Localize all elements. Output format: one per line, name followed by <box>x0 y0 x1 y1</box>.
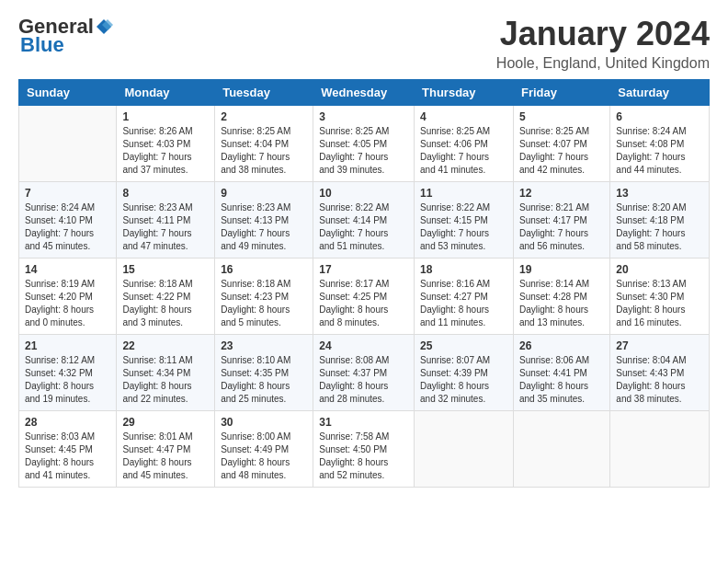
day-number: 13 <box>616 187 703 200</box>
day-cell: 3Sunrise: 8:25 AM Sunset: 4:05 PM Daylig… <box>313 106 415 182</box>
day-info: Sunrise: 8:01 AM Sunset: 4:47 PM Dayligh… <box>122 431 209 482</box>
day-number: 3 <box>319 110 408 123</box>
day-number: 22 <box>122 339 209 352</box>
day-info: Sunrise: 8:22 AM Sunset: 4:14 PM Dayligh… <box>319 201 408 253</box>
day-number: 12 <box>519 187 604 200</box>
day-cell: 19Sunrise: 8:14 AM Sunset: 4:28 PM Dayli… <box>513 259 609 335</box>
day-info: Sunrise: 8:12 AM Sunset: 4:32 PM Dayligh… <box>25 354 110 406</box>
day-info: Sunrise: 8:11 AM Sunset: 4:34 PM Dayligh… <box>122 354 209 406</box>
logo-icon <box>95 17 113 36</box>
day-number: 28 <box>25 416 110 429</box>
day-cell: 9Sunrise: 8:23 AM Sunset: 4:13 PM Daylig… <box>215 182 313 259</box>
day-number: 5 <box>519 110 604 123</box>
day-number: 24 <box>319 339 408 352</box>
day-cell: 21Sunrise: 8:12 AM Sunset: 4:32 PM Dayli… <box>19 335 117 411</box>
location: Hoole, England, United Kingdom <box>496 55 710 72</box>
week-row-2: 7Sunrise: 8:24 AM Sunset: 4:10 PM Daylig… <box>19 182 710 259</box>
day-cell: 17Sunrise: 8:17 AM Sunset: 4:25 PM Dayli… <box>313 259 415 335</box>
day-cell <box>610 411 710 488</box>
day-cell: 23Sunrise: 8:10 AM Sunset: 4:35 PM Dayli… <box>215 335 313 411</box>
day-info: Sunrise: 8:18 AM Sunset: 4:22 PM Dayligh… <box>122 278 209 329</box>
day-number: 21 <box>25 339 110 352</box>
col-header-friday: Friday <box>513 80 609 106</box>
day-cell: 30Sunrise: 8:00 AM Sunset: 4:49 PM Dayli… <box>215 411 313 488</box>
col-header-saturday: Saturday <box>610 80 710 106</box>
day-info: Sunrise: 8:25 AM Sunset: 4:06 PM Dayligh… <box>420 125 507 177</box>
day-number: 19 <box>519 263 604 276</box>
day-info: Sunrise: 8:26 AM Sunset: 4:03 PM Dayligh… <box>122 125 209 177</box>
day-number: 1 <box>122 110 209 123</box>
day-number: 17 <box>319 263 408 276</box>
day-info: Sunrise: 8:00 AM Sunset: 4:49 PM Dayligh… <box>221 431 307 482</box>
page: General Blue January 2024 Hoole, England… <box>0 0 728 506</box>
day-info: Sunrise: 8:18 AM Sunset: 4:23 PM Dayligh… <box>221 278 307 329</box>
day-number: 6 <box>616 110 703 123</box>
day-number: 25 <box>420 339 507 352</box>
day-info: Sunrise: 8:25 AM Sunset: 4:04 PM Dayligh… <box>221 125 307 177</box>
day-number: 27 <box>616 339 703 352</box>
day-cell: 8Sunrise: 8:23 AM Sunset: 4:11 PM Daylig… <box>117 182 215 259</box>
day-cell: 18Sunrise: 8:16 AM Sunset: 4:27 PM Dayli… <box>415 259 514 335</box>
day-cell: 24Sunrise: 8:08 AM Sunset: 4:37 PM Dayli… <box>313 335 415 411</box>
day-info: Sunrise: 8:19 AM Sunset: 4:20 PM Dayligh… <box>25 278 110 329</box>
week-row-3: 14Sunrise: 8:19 AM Sunset: 4:20 PM Dayli… <box>19 259 710 335</box>
day-cell: 2Sunrise: 8:25 AM Sunset: 4:04 PM Daylig… <box>215 106 313 182</box>
day-cell: 14Sunrise: 8:19 AM Sunset: 4:20 PM Dayli… <box>19 259 117 335</box>
day-cell: 31Sunrise: 7:58 AM Sunset: 4:50 PM Dayli… <box>313 411 415 488</box>
day-cell: 10Sunrise: 8:22 AM Sunset: 4:14 PM Dayli… <box>313 182 415 259</box>
logo-blue-text: Blue <box>20 33 64 57</box>
day-number: 14 <box>25 263 110 276</box>
day-info: Sunrise: 8:14 AM Sunset: 4:28 PM Dayligh… <box>519 278 604 329</box>
header: General Blue January 2024 Hoole, England… <box>18 15 710 72</box>
day-number: 23 <box>221 339 307 352</box>
day-number: 7 <box>25 187 110 200</box>
day-number: 26 <box>519 339 604 352</box>
header-row: SundayMondayTuesdayWednesdayThursdayFrid… <box>19 80 710 106</box>
day-number: 18 <box>420 263 507 276</box>
day-cell <box>513 411 609 488</box>
day-info: Sunrise: 8:04 AM Sunset: 4:43 PM Dayligh… <box>616 354 703 406</box>
day-number: 31 <box>319 416 408 429</box>
day-info: Sunrise: 8:13 AM Sunset: 4:30 PM Dayligh… <box>616 278 703 329</box>
day-cell: 27Sunrise: 8:04 AM Sunset: 4:43 PM Dayli… <box>610 335 710 411</box>
title-block: January 2024 Hoole, England, United King… <box>496 15 710 72</box>
day-number: 8 <box>122 187 209 200</box>
day-cell: 25Sunrise: 8:07 AM Sunset: 4:39 PM Dayli… <box>415 335 514 411</box>
day-info: Sunrise: 8:07 AM Sunset: 4:39 PM Dayligh… <box>420 354 507 406</box>
day-number: 4 <box>420 110 507 123</box>
day-cell: 6Sunrise: 8:24 AM Sunset: 4:08 PM Daylig… <box>610 106 710 182</box>
logo: General Blue <box>18 15 114 57</box>
day-cell: 20Sunrise: 8:13 AM Sunset: 4:30 PM Dayli… <box>610 259 710 335</box>
day-cell <box>415 411 514 488</box>
day-number: 10 <box>319 187 408 200</box>
week-row-1: 1Sunrise: 8:26 AM Sunset: 4:03 PM Daylig… <box>19 106 710 182</box>
col-header-sunday: Sunday <box>19 80 117 106</box>
day-cell: 16Sunrise: 8:18 AM Sunset: 4:23 PM Dayli… <box>215 259 313 335</box>
day-cell: 11Sunrise: 8:22 AM Sunset: 4:15 PM Dayli… <box>415 182 514 259</box>
day-cell: 4Sunrise: 8:25 AM Sunset: 4:06 PM Daylig… <box>415 106 514 182</box>
day-number: 29 <box>122 416 209 429</box>
day-info: Sunrise: 8:10 AM Sunset: 4:35 PM Dayligh… <box>221 354 307 406</box>
day-number: 20 <box>616 263 703 276</box>
day-number: 15 <box>122 263 209 276</box>
day-info: Sunrise: 8:24 AM Sunset: 4:08 PM Dayligh… <box>616 125 703 177</box>
day-cell: 28Sunrise: 8:03 AM Sunset: 4:45 PM Dayli… <box>19 411 117 488</box>
day-info: Sunrise: 8:08 AM Sunset: 4:37 PM Dayligh… <box>319 354 408 406</box>
day-info: Sunrise: 8:06 AM Sunset: 4:41 PM Dayligh… <box>519 354 604 406</box>
day-info: Sunrise: 8:20 AM Sunset: 4:18 PM Dayligh… <box>616 201 703 253</box>
day-cell: 12Sunrise: 8:21 AM Sunset: 4:17 PM Dayli… <box>513 182 609 259</box>
calendar: SundayMondayTuesdayWednesdayThursdayFrid… <box>18 79 710 488</box>
day-info: Sunrise: 8:22 AM Sunset: 4:15 PM Dayligh… <box>420 201 507 253</box>
day-info: Sunrise: 8:25 AM Sunset: 4:07 PM Dayligh… <box>519 125 604 177</box>
day-info: Sunrise: 7:58 AM Sunset: 4:50 PM Dayligh… <box>319 431 408 482</box>
day-info: Sunrise: 8:03 AM Sunset: 4:45 PM Dayligh… <box>25 431 110 482</box>
day-number: 2 <box>221 110 307 123</box>
day-number: 16 <box>221 263 307 276</box>
day-cell: 26Sunrise: 8:06 AM Sunset: 4:41 PM Dayli… <box>513 335 609 411</box>
day-info: Sunrise: 8:23 AM Sunset: 4:13 PM Dayligh… <box>221 201 307 253</box>
day-cell: 29Sunrise: 8:01 AM Sunset: 4:47 PM Dayli… <box>117 411 215 488</box>
week-row-5: 28Sunrise: 8:03 AM Sunset: 4:45 PM Dayli… <box>19 411 710 488</box>
day-cell: 5Sunrise: 8:25 AM Sunset: 4:07 PM Daylig… <box>513 106 609 182</box>
day-cell: 1Sunrise: 8:26 AM Sunset: 4:03 PM Daylig… <box>117 106 215 182</box>
day-info: Sunrise: 8:23 AM Sunset: 4:11 PM Dayligh… <box>122 201 209 253</box>
